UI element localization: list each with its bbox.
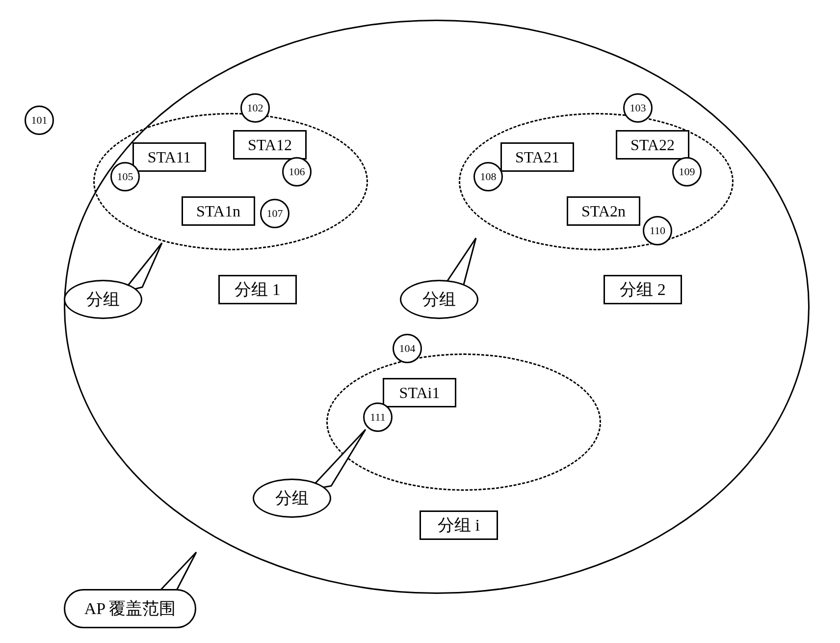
sta-label: STA1n — [196, 202, 240, 220]
group-callout-1: 分组 — [64, 280, 142, 319]
sta2n-box: STA2n — [567, 196, 640, 226]
sta-label: STA11 — [148, 148, 191, 166]
node-label: 107 — [267, 207, 283, 220]
coverage-label: AP 覆盖范围 — [84, 597, 176, 620]
sta-label: STA22 — [630, 136, 675, 154]
node-label: 110 — [650, 224, 665, 237]
group-label: 分组 i — [438, 514, 480, 536]
callout-label: 分组 — [275, 487, 309, 509]
group-label: 分组 2 — [620, 278, 666, 301]
sta-label: STA21 — [515, 148, 559, 166]
node-label: 104 — [399, 342, 416, 355]
sta-label: STAi1 — [399, 384, 440, 402]
callout-label: 分组 — [86, 288, 120, 311]
callout-label: 分组 — [422, 288, 456, 311]
node-109: 109 — [672, 157, 702, 187]
sta1n-box: STA1n — [182, 196, 255, 226]
sta21-box: STA21 — [500, 142, 574, 172]
ap-coverage-callout: AP 覆盖范围 — [64, 589, 196, 628]
node-105: 105 — [110, 162, 140, 191]
sta22-box: STA22 — [616, 130, 689, 160]
node-106: 106 — [282, 157, 312, 187]
node-label: 103 — [630, 102, 646, 114]
node-104: 104 — [393, 334, 422, 363]
sta12-box: STA12 — [233, 130, 307, 160]
group2-label-box: 分组 2 — [604, 275, 682, 304]
node-label: 102 — [247, 102, 263, 114]
sta-label: STA2n — [581, 202, 626, 220]
node-label: 111 — [370, 411, 385, 424]
node-label: 106 — [289, 165, 305, 178]
node-101: 101 — [25, 106, 54, 135]
group1-label-box: 分组 1 — [218, 275, 297, 304]
groupi-label-box: 分组 i — [420, 510, 498, 540]
sta-label: STA12 — [248, 136, 292, 154]
node-label: 101 — [31, 114, 48, 127]
sta11-box: STA11 — [132, 142, 206, 172]
node-label: 105 — [117, 170, 133, 183]
group-callout-3: 分组 — [253, 479, 331, 518]
node-102: 102 — [240, 93, 270, 123]
node-label: 108 — [480, 170, 497, 183]
stai1-box: STAi1 — [383, 378, 456, 407]
node-108: 108 — [473, 162, 503, 191]
group-callout-2: 分组 — [400, 280, 478, 319]
node-107: 107 — [260, 199, 289, 228]
node-label: 109 — [679, 165, 695, 178]
node-110: 110 — [643, 216, 672, 245]
group-label: 分组 1 — [235, 278, 281, 301]
node-103: 103 — [623, 93, 653, 123]
